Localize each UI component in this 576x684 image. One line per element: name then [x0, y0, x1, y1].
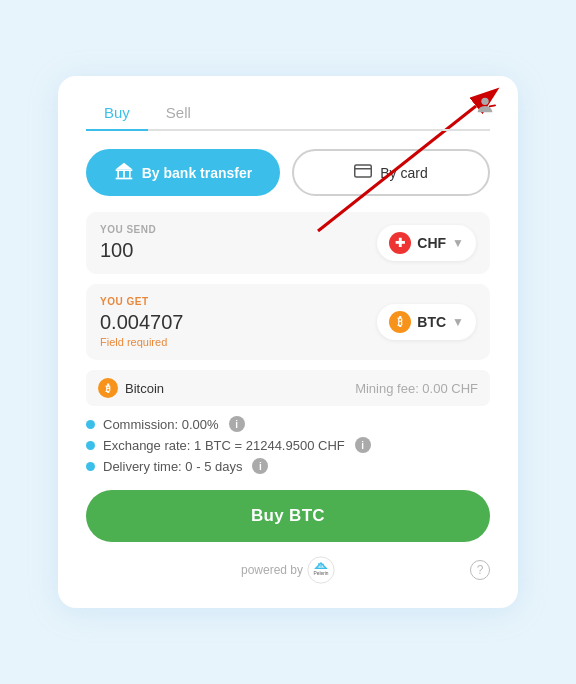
- svg-rect-10: [355, 165, 372, 177]
- card-icon: [354, 164, 372, 181]
- footer: powered by Mt Pelerin ?: [86, 556, 490, 584]
- exchange-rate-info-icon[interactable]: i: [355, 437, 371, 453]
- mt-pelerin-logo: Mt Pelerin: [307, 556, 335, 584]
- tab-buy[interactable]: Buy: [86, 96, 148, 131]
- send-value: 100: [100, 239, 156, 262]
- btc-flag-icon: ₿: [389, 311, 411, 333]
- card-label: By card: [380, 165, 427, 181]
- main-card: Buy Sell By bank transfer: [58, 76, 518, 608]
- detail-exchange-rate: Exchange rate: 1 BTC = 21244.9500 CHF i: [86, 437, 490, 453]
- svg-point-12: [308, 557, 334, 583]
- get-chevron-icon: ▼: [452, 315, 464, 329]
- svg-rect-5: [117, 171, 119, 178]
- bank-transfer-label: By bank transfer: [142, 165, 252, 181]
- powered-by-text: powered by: [241, 563, 303, 577]
- dot-icon-3: [86, 462, 95, 471]
- detail-delivery-time: Delivery time: 0 - 5 days i: [86, 458, 490, 474]
- send-label: YOU SEND: [100, 224, 156, 235]
- mt-pelerin-brand: Mt Pelerin: [307, 556, 335, 584]
- coin-name: Bitcoin: [125, 381, 164, 396]
- send-currency-selector[interactable]: ✚ CHF ▼: [377, 225, 476, 261]
- svg-rect-4: [115, 169, 132, 171]
- bank-icon: [114, 161, 134, 184]
- delivery-time-text: Delivery time: 0 - 5 days: [103, 459, 242, 474]
- send-currency: CHF: [417, 235, 446, 251]
- exchange-rate-text: Exchange rate: 1 BTC = 21244.9500 CHF: [103, 438, 345, 453]
- get-currency: BTC: [417, 314, 446, 330]
- coin-info-row: ₿ Bitcoin Mining fee: 0.00 CHF: [86, 370, 490, 406]
- dot-icon-2: [86, 441, 95, 450]
- coin-badge: ₿ Bitcoin: [98, 378, 164, 398]
- buy-button[interactable]: Buy BTC: [86, 490, 490, 542]
- commission-text: Commission: 0.00%: [103, 417, 219, 432]
- tabs-container: Buy Sell: [86, 96, 490, 131]
- get-left: YOU GET 0.004707 Field required: [100, 296, 183, 348]
- tab-sell[interactable]: Sell: [148, 96, 209, 131]
- mining-fee-text: Mining fee: 0.00 CHF: [355, 381, 478, 396]
- chf-flag-icon: ✚: [389, 232, 411, 254]
- bank-transfer-button[interactable]: By bank transfer: [86, 149, 280, 196]
- field-required-text: Field required: [100, 336, 183, 348]
- svg-marker-9: [115, 163, 132, 170]
- svg-text:Pelerin: Pelerin: [314, 571, 329, 576]
- get-value: 0.004707: [100, 311, 183, 334]
- svg-rect-8: [115, 178, 132, 180]
- card-button[interactable]: By card: [292, 149, 490, 196]
- svg-rect-7: [129, 171, 131, 178]
- send-left: YOU SEND 100: [100, 224, 156, 262]
- get-section: YOU GET 0.004707 Field required ₿ BTC ▼: [86, 284, 490, 360]
- send-chevron-icon: ▼: [452, 236, 464, 250]
- delivery-time-info-icon[interactable]: i: [252, 458, 268, 474]
- get-label: YOU GET: [100, 296, 183, 307]
- detail-commission: Commission: 0.00% i: [86, 416, 490, 432]
- svg-rect-6: [123, 171, 125, 178]
- bitcoin-icon: ₿: [98, 378, 118, 398]
- send-section: YOU SEND 100 ✚ CHF ▼: [86, 212, 490, 274]
- details-list: Commission: 0.00% i Exchange rate: 1 BTC…: [86, 416, 490, 474]
- payment-buttons: By bank transfer By card: [86, 149, 490, 196]
- commission-info-icon[interactable]: i: [229, 416, 245, 432]
- dot-icon: [86, 420, 95, 429]
- help-icon[interactable]: ?: [470, 560, 490, 580]
- get-currency-selector[interactable]: ₿ BTC ▼: [377, 304, 476, 340]
